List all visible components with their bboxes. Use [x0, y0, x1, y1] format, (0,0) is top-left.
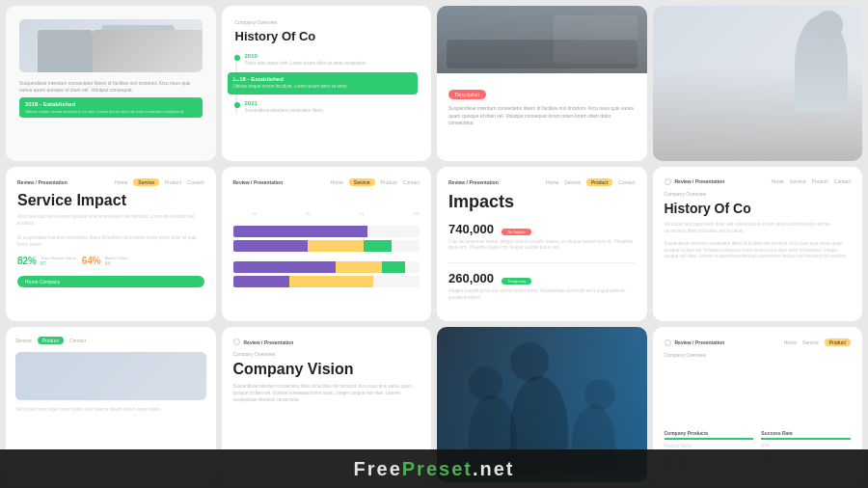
card2-section-label: Company Overview: [235, 19, 419, 25]
card9-partial-text: Vel turpis nunc eget lorem dolor sed viv…: [15, 406, 206, 414]
stat1-desc: Cras vel lamentum metus. Integer cursus …: [448, 239, 636, 252]
card8-nav-contact: Contact: [834, 178, 851, 184]
bar-seg-teal: [364, 240, 392, 252]
bar-fill-purple-1: [233, 226, 367, 237]
bar2b-seg-yellow: [289, 276, 373, 287]
card8-brand: Review / Presentation: [675, 178, 725, 184]
stat1-pct: 82%: [17, 256, 37, 266]
card-timeline-intro: Suspendisse interdum consectetur libero …: [6, 6, 216, 161]
watermark-suffix: .net: [473, 458, 515, 479]
vision-section-label: Company Overview: [233, 351, 420, 357]
watermark-free: Free: [354, 458, 402, 479]
card5-stats: 82% Team Statistic Name 87 64% Market Sh…: [17, 256, 204, 266]
tl-year-1: 2010: [245, 53, 419, 59]
card5-brand: Review / Presentation: [17, 179, 68, 185]
card8-nav-search: Review / Presentation: [665, 178, 725, 185]
card2-title: History Of Co: [235, 29, 419, 43]
bar2-seg-purple: [233, 261, 336, 273]
card7-nav-product: Product: [586, 178, 612, 186]
watermark-bar: FreePreset.net: [0, 449, 868, 488]
success-label: Success Rate: [761, 430, 851, 440]
card-history-timeline: Company Overview History Of Co 2010 Fusc…: [222, 6, 432, 161]
card8-nav-home: Home: [772, 178, 784, 184]
card1-body-text: Suspendisse interdum consectetur libero …: [19, 80, 203, 94]
impacts-divider: [448, 262, 636, 263]
card-image-person: [653, 6, 863, 161]
card7-nav-contact: Contact: [618, 179, 635, 185]
rate-1: 87%: [761, 444, 851, 448]
card5-nav-service: Service: [133, 178, 159, 186]
bar-track-1-yellow: [233, 240, 420, 252]
description-badge: Description: [448, 90, 486, 99]
card1-timeline-desc: Ultrices neque ornare tincidunt in eu ni…: [25, 109, 197, 114]
card10-nav: Review / Presentation: [233, 339, 420, 345]
card2-timeline: 2010 Fusce quis metus nibh. Lorem ipsum …: [235, 53, 419, 114]
card7-nav-service: Service: [564, 179, 581, 185]
card9-nav-product: Product: [38, 337, 64, 344]
card6-nav-service: Service: [349, 178, 375, 186]
vision-text: Suspendisse interdum consectetur libero …: [233, 384, 420, 403]
card7-brand: Review / Presentation: [448, 179, 499, 185]
axis-4: 180: [413, 211, 420, 216]
card5-nav-home: Home: [115, 179, 127, 185]
card8-text1: Vel turpis nunc eget lorem dolor sed viv…: [665, 222, 852, 235]
card-bar-chart: Review / Presentation Home Service Produ…: [222, 167, 432, 322]
card6-brand: Review / Presentation: [233, 179, 284, 185]
card6-chart: 24 26 31 180: [233, 190, 420, 311]
card1-text-block: Suspendisse interdum consectetur libero …: [19, 80, 203, 122]
card8-section-label: Company Overview: [665, 191, 852, 197]
bar-seg-purple: [233, 240, 308, 252]
bar-track-2-full: [233, 261, 420, 273]
card3-image: [437, 6, 647, 73]
card12-nav-service: Service: [802, 339, 819, 345]
search-icon-2: [233, 339, 240, 345]
tl-text-2: Ultrices neque ornare tincidunt. Lorem i…: [233, 84, 413, 90]
card6-nav-home: Home: [331, 179, 343, 185]
bar2-seg-teal: [382, 261, 404, 273]
vision-title: Company Vision: [233, 361, 420, 378]
card7-nav: Review / Presentation Home Service Produ…: [448, 178, 636, 186]
home-company-button[interactable]: Home Company: [17, 276, 204, 287]
card5-nav: Review / Presentation Home Service Produ…: [17, 178, 204, 186]
card6-nav-contact: Contact: [403, 179, 420, 185]
card8-text2: Suspendisse interdum consectetur libero …: [665, 241, 852, 260]
card5-nav-contact: Contact: [187, 179, 203, 185]
card12-nav-home: Home: [784, 339, 797, 345]
bar-row-1: [233, 226, 420, 252]
card9-image: [15, 352, 206, 400]
tl-year-3: 2021: [245, 100, 419, 106]
search-icon: [665, 178, 671, 185]
stat2-desc: Feugiat suscipit purus est, avecpt lacin…: [448, 288, 636, 301]
watermark-text: FreePreset.net: [354, 458, 515, 480]
card8-nav-service: Service: [790, 178, 806, 184]
stat1-number: 740,000: [448, 222, 494, 236]
card9-nav: Service Product Contact: [15, 337, 206, 344]
impact-stat-2: 260,000 Temporary Feugiat suscipit purus…: [448, 269, 636, 301]
card4-image: [653, 6, 863, 161]
card7-nav-home: Home: [546, 179, 558, 185]
card8-nav: Review / Presentation Home Service Produ…: [665, 178, 852, 185]
axis-labels: 24 26 31 180: [233, 211, 420, 216]
impacts-title: Impacts: [448, 192, 636, 212]
product-item-1: Product Alpha: [665, 444, 754, 448]
card12-nav-product: Product: [825, 339, 851, 346]
card10-nav-search: Review / Presentation: [233, 339, 294, 345]
card1-timeline-item: 2018 - Established Ultrices neque ornare…: [19, 97, 203, 118]
card9-nav-service: Service: [15, 338, 32, 343]
stat2-badge: Temporary: [502, 278, 531, 285]
tl-year-2: 2018 - Established: [233, 76, 413, 82]
card-impacts: Review / Presentation Home Service Produ…: [437, 167, 647, 322]
service-impact-title: Service Impact: [17, 192, 204, 209]
tl-highlight-box: 2018 - Established Ultrices neque ornare…: [228, 72, 419, 94]
tl-text-1: Fusce quis metus nibh. Lorem ipsum dolor…: [245, 61, 419, 67]
products-label: Company Products: [665, 430, 754, 440]
bar-row-2: [233, 261, 420, 287]
axis-3: 31: [360, 211, 364, 216]
stat2-score: 64: [105, 260, 128, 266]
tl-item-2-highlighted: 2018 - Established Ultrices neque ornare…: [245, 72, 419, 94]
card5-extra-text: Ut suspendisse interdum consectetur libe…: [17, 235, 204, 249]
card5-nav-product: Product: [165, 179, 181, 185]
card12-section-label: Company Overview: [665, 352, 852, 358]
card-description: Description Suspendisse interdum consect…: [437, 6, 647, 161]
bar-seg-yellow: [308, 240, 364, 252]
